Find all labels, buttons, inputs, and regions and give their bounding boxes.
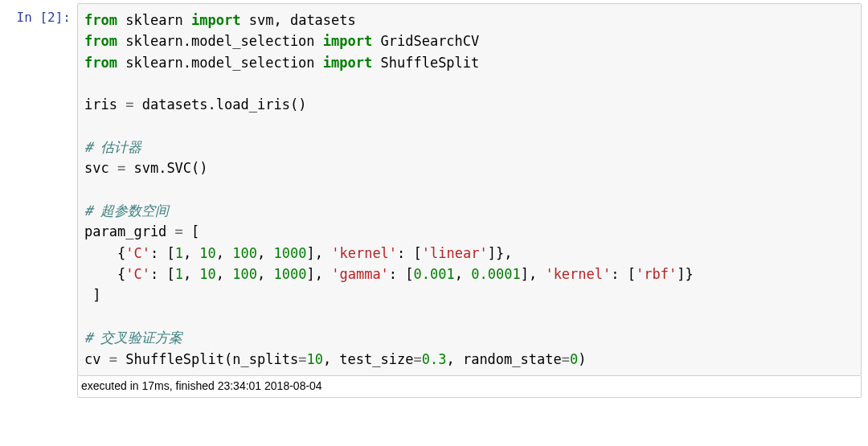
prompt-spaces — [32, 10, 40, 25]
string-linear: 'linear' — [422, 245, 488, 261]
keyword-from: from — [84, 55, 117, 71]
sep: , — [216, 266, 232, 282]
var-text: svc — [84, 160, 117, 176]
string-rbf: 'rbf' — [636, 266, 677, 282]
indent-brace: { — [84, 266, 125, 282]
module-text: sklearn.model_selection — [117, 33, 323, 49]
input-prompt: In [2]: — [0, 3, 77, 398]
keyword-import: import — [323, 55, 372, 71]
var-text: param_grid — [84, 223, 175, 239]
sep: , — [257, 245, 273, 261]
op-eq: = — [109, 351, 117, 367]
punct: ]} — [677, 266, 693, 282]
indent-brace: { — [84, 245, 125, 261]
op-eq: = — [125, 96, 133, 113]
punct: : [ — [389, 266, 414, 282]
call-text: datasets.load_iris() — [133, 96, 306, 113]
num: 0.3 — [422, 351, 447, 367]
num: 10 — [306, 351, 322, 367]
sep: , — [455, 266, 471, 282]
prompt-number: 2 — [47, 10, 55, 25]
punct: : [ — [397, 245, 422, 261]
string-kernel: 'kernel' — [331, 245, 397, 261]
names-text: svm, datasets — [241, 12, 356, 28]
comment-text: # 超参数空间 — [84, 203, 169, 219]
keyword-import: import — [323, 33, 372, 49]
punct: ], — [306, 266, 331, 282]
num: 0.0001 — [471, 266, 520, 282]
notebook-cell: In [2]: from sklearn import svm, dataset… — [0, 0, 868, 398]
sep: , — [183, 266, 199, 282]
op-eq: = — [562, 351, 570, 367]
num: 0.001 — [414, 266, 455, 282]
code-editor[interactable]: from sklearn import svm, datasets from s… — [77, 3, 862, 376]
call-text: ShuffleSplit(n_splits — [117, 351, 298, 367]
exec-text: executed in 17ms, finished 23:34:01 2018… — [81, 379, 322, 392]
string-kernel: 'kernel' — [545, 266, 611, 282]
num: 1 — [175, 266, 183, 282]
comment-text: # 交叉验证方案 — [84, 329, 182, 346]
string-c: 'C' — [125, 266, 150, 282]
punct: ], — [521, 266, 546, 282]
paren-close: ) — [578, 351, 586, 367]
num: 1000 — [274, 266, 307, 282]
num: 0 — [570, 351, 578, 367]
bracket-text: [ — [183, 223, 199, 239]
arg-text: , random_state — [446, 351, 561, 367]
prompt-close: ]: — [55, 10, 71, 25]
code-column: from sklearn import svm, datasets from s… — [77, 3, 868, 398]
string-c: 'C' — [125, 245, 150, 261]
punct: ]}, — [488, 245, 513, 261]
var-text: iris — [84, 96, 125, 113]
num: 10 — [199, 266, 215, 282]
punct: : [ — [150, 266, 175, 282]
prompt-open: [ — [39, 10, 47, 25]
op-eq: = — [117, 160, 125, 176]
module-text: sklearn.model_selection — [117, 55, 323, 71]
sep: , — [183, 245, 199, 261]
op-eq: = — [175, 223, 183, 239]
num: 10 — [199, 245, 215, 261]
prompt-in: In — [17, 10, 32, 25]
num: 100 — [232, 266, 257, 282]
keyword-from: from — [84, 12, 117, 28]
call-text: svm.SVC() — [125, 160, 207, 176]
num: 100 — [232, 245, 257, 261]
string-gamma: 'gamma' — [331, 266, 389, 282]
comment-text: # 估计器 — [84, 139, 141, 155]
punct: : [ — [611, 266, 636, 282]
code-content[interactable]: from sklearn import svm, datasets from s… — [84, 10, 854, 370]
bracket-close: ] — [84, 287, 100, 303]
op-eq: = — [413, 351, 421, 367]
execution-timing: executed in 17ms, finished 23:34:01 2018… — [77, 376, 862, 398]
keyword-import: import — [191, 12, 240, 28]
keyword-from: from — [84, 33, 117, 49]
sep: , — [216, 245, 232, 261]
num: 1000 — [274, 245, 307, 261]
punct: : [ — [150, 245, 175, 261]
module-text: sklearn — [117, 12, 191, 28]
op-eq: = — [298, 351, 306, 367]
sep: , — [257, 266, 273, 282]
var-text: cv — [84, 351, 109, 367]
arg-text: , test_size — [323, 351, 414, 367]
num: 1 — [175, 245, 183, 261]
names-text: GridSearchCV — [372, 33, 479, 49]
names-text: ShuffleSplit — [372, 55, 479, 71]
punct: ], — [306, 245, 331, 261]
